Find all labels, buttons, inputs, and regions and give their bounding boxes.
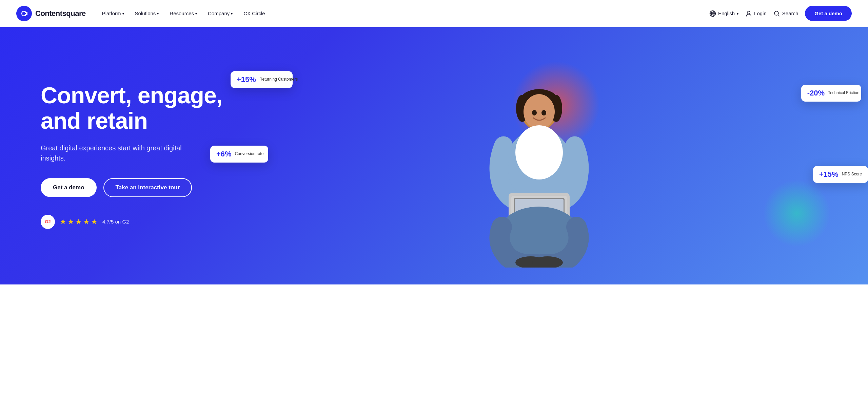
star-5: ★: [91, 217, 98, 226]
chevron-icon: ▾: [157, 12, 159, 16]
svg-point-15: [541, 110, 546, 115]
stat-label-conversion: Conversion rate: [235, 151, 262, 157]
search-icon: [773, 10, 780, 17]
hero-tour-button[interactable]: Take an interactive tour: [103, 178, 192, 197]
stat-value-friction: -20%: [807, 89, 825, 98]
g2-badge: G2: [41, 215, 55, 229]
navbar-left: Contentsquare Platform ▾ Solutions ▾ Res…: [16, 6, 269, 21]
person-svg: [468, 78, 610, 268]
logo-text: Contentsquare: [35, 9, 86, 18]
navbar: Contentsquare Platform ▾ Solutions ▾ Res…: [0, 0, 868, 27]
svg-line-8: [778, 15, 779, 16]
star-2: ★: [67, 217, 74, 226]
nav-links: Platform ▾ Solutions ▾ Resources ▾ Compa…: [98, 8, 269, 19]
logo-icon: [16, 6, 32, 21]
nav-item-platform[interactable]: Platform ▾: [98, 8, 128, 19]
hero-demo-button[interactable]: Get a demo: [41, 178, 97, 197]
stat-card-friction: -20% Technical Friction: [801, 85, 861, 102]
svg-point-6: [747, 11, 750, 14]
chevron-icon: ▾: [737, 12, 738, 16]
hero-title: Convert, engage, and retain: [41, 83, 237, 133]
star-1: ★: [60, 217, 66, 226]
nav-item-solutions[interactable]: Solutions ▾: [131, 8, 163, 19]
nav-util-search[interactable]: Search: [773, 10, 798, 17]
svg-point-13: [524, 94, 555, 129]
person-figure: [468, 78, 610, 268]
stat-label-friction: Technical Friction: [828, 90, 855, 96]
nav-util-english[interactable]: English ▾: [709, 10, 738, 17]
chevron-icon: ▾: [195, 12, 197, 16]
rating-wrap: G2 ★ ★ ★ ★ ★ 4.7/5 on G2: [41, 215, 237, 229]
rating-text: 4.7/5 on G2: [102, 219, 129, 225]
nav-item-resources[interactable]: Resources ▾: [165, 8, 201, 19]
star-4: ★: [83, 217, 90, 226]
get-demo-button[interactable]: Get a demo: [805, 6, 852, 21]
svg-point-18: [515, 125, 563, 179]
nav-item-cx-circle[interactable]: CX Circle: [239, 8, 269, 19]
star-rating: ★ ★ ★ ★ ★: [60, 217, 98, 226]
star-3: ★: [75, 217, 82, 226]
person-icon: [745, 10, 752, 17]
stat-card-returning: +15% Returning Customers: [231, 71, 293, 88]
stat-value-returning: +15%: [237, 75, 256, 84]
stat-card-nps: +15% NPS Score: [813, 166, 868, 183]
hero-content: Convert, engage, and retain Great digita…: [41, 83, 237, 229]
hero-section: Convert, engage, and retain Great digita…: [0, 27, 868, 284]
globe-icon: [709, 10, 716, 17]
hero-buttons: Get a demo Take an interactive tour: [41, 178, 237, 197]
svg-point-0: [16, 6, 32, 21]
stat-value-nps: +15%: [819, 170, 839, 179]
chevron-icon: ▾: [231, 12, 233, 16]
svg-point-14: [532, 110, 537, 115]
chevron-icon: ▾: [122, 12, 124, 16]
nav-util-login[interactable]: Login: [745, 10, 767, 17]
glow-teal: [763, 179, 831, 247]
nav-item-company[interactable]: Company ▾: [204, 8, 237, 19]
navbar-right: English ▾ Login Search Get a demo: [709, 6, 852, 21]
stat-label-returning: Returning Customers: [259, 77, 287, 82]
hero-image-area: +15% Returning Customers -20% Technical …: [237, 51, 841, 261]
hero-subtitle: Great digital experiences start with gre…: [41, 143, 203, 163]
stat-label-nps: NPS Score: [842, 172, 862, 177]
logo[interactable]: Contentsquare: [16, 6, 86, 21]
